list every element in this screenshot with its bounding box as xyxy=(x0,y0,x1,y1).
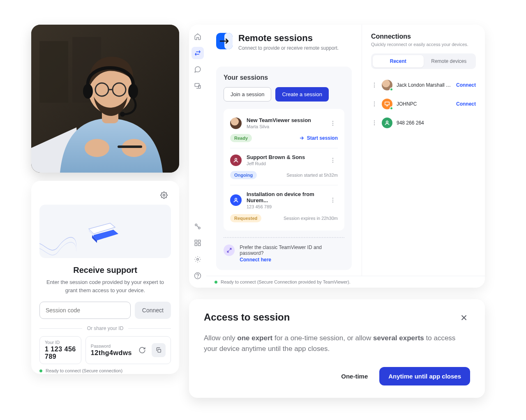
connection-avatar xyxy=(382,99,392,109)
svg-rect-47 xyxy=(385,102,390,105)
connection-connect-link[interactable]: Connect xyxy=(456,101,476,107)
connection-avatar xyxy=(382,80,392,90)
access-session-dialog: Access to session Allow only one expert … xyxy=(189,299,485,398)
nav-home[interactable] xyxy=(191,30,204,43)
swap-icon xyxy=(194,49,201,57)
svg-point-42 xyxy=(374,85,375,85)
connections-tabs: Recent Remote devices xyxy=(371,53,476,69)
grid-icon xyxy=(194,239,201,247)
nav-help[interactable] xyxy=(191,270,204,282)
password-box: Password 12thg4wdws xyxy=(85,336,171,364)
svg-point-32 xyxy=(332,125,333,125)
svg-point-43 xyxy=(374,87,375,88)
connection-name: 948 266 264 xyxy=(397,120,476,126)
tab-recent[interactable]: Recent xyxy=(373,55,424,67)
svg-point-33 xyxy=(235,158,237,160)
kebab-icon xyxy=(371,82,378,88)
nav-remote-sessions[interactable] xyxy=(191,47,204,59)
refresh-icon xyxy=(138,346,146,354)
svg-point-30 xyxy=(332,121,333,122)
app-status-text: Ready to connect (Secure Connection prov… xyxy=(221,279,351,284)
session-menu-button[interactable] xyxy=(328,155,338,165)
connection-name: JOHNPC xyxy=(397,101,452,107)
connection-menu-button[interactable] xyxy=(371,120,378,126)
connection-avatar xyxy=(382,118,392,128)
connection-menu-button[interactable] xyxy=(371,101,378,107)
sessions-panel-title: Your sessions xyxy=(224,74,344,81)
password-label: Password xyxy=(91,344,132,348)
nav-settings[interactable] xyxy=(191,253,204,265)
svg-point-31 xyxy=(332,122,333,123)
tab-remote-devices[interactable]: Remote devices xyxy=(424,55,475,67)
svg-point-37 xyxy=(235,198,237,200)
help-icon xyxy=(194,272,201,279)
connections-title: Connections xyxy=(371,33,476,40)
card-title: Receive support xyxy=(39,265,171,275)
classic-connect-row: Prefer the classic TeamViewer ID and pas… xyxy=(224,237,344,263)
svg-point-45 xyxy=(374,104,375,104)
settings-button[interactable] xyxy=(157,188,171,202)
session-subtitle: Jeff Rudd xyxy=(247,161,323,166)
svg-rect-21 xyxy=(195,240,197,242)
photo-illustration xyxy=(31,25,179,173)
page-icon xyxy=(216,33,233,49)
svg-rect-14 xyxy=(118,145,142,148)
session-code-input[interactable] xyxy=(39,302,131,319)
svg-point-46 xyxy=(374,106,375,106)
svg-rect-16 xyxy=(158,349,161,352)
join-session-button[interactable]: Join a session xyxy=(224,87,271,102)
arrow-right-icon xyxy=(299,135,305,141)
session-subtitle: Marta Silva xyxy=(247,124,323,129)
presence-dot-icon xyxy=(390,88,393,91)
nav-apps[interactable] xyxy=(191,237,204,249)
connect-button[interactable]: Connect xyxy=(135,302,171,319)
avatar xyxy=(230,194,242,206)
nav-integrations[interactable] xyxy=(191,220,204,233)
session-menu-button[interactable] xyxy=(328,195,338,205)
session-title: New TeamViewer session xyxy=(247,117,323,123)
password-value: 12thg4wdws xyxy=(91,349,132,357)
sessions-panel: Your sessions Join a session Create a se… xyxy=(216,67,352,270)
avatar xyxy=(230,155,242,166)
svg-point-15 xyxy=(163,194,165,196)
svg-point-41 xyxy=(374,83,375,83)
page-title: Remote sessions xyxy=(238,33,339,44)
nav-rail xyxy=(189,25,206,288)
divider-label: Or share your ID xyxy=(39,325,171,331)
your-id-box: Your ID 1 123 456 789 xyxy=(39,336,81,364)
connection-connect-link[interactable]: Connect xyxy=(456,82,476,88)
connection-menu-button[interactable] xyxy=(371,82,378,88)
svg-point-50 xyxy=(374,125,375,125)
copy-icon xyxy=(155,347,162,353)
anytime-button[interactable]: Anytime until app closes xyxy=(379,367,470,385)
svg-point-25 xyxy=(197,258,199,261)
close-button[interactable] xyxy=(458,312,470,324)
svg-point-36 xyxy=(332,162,333,162)
create-session-button[interactable]: Create a session xyxy=(275,87,329,102)
devices-icon xyxy=(83,215,128,248)
svg-point-9 xyxy=(83,84,93,99)
session-item: Support Brown & Sons Jeff Rudd Ongoing S… xyxy=(230,148,338,185)
session-info-text: Session expires in 22h30m xyxy=(284,216,338,221)
hero-illustration xyxy=(39,205,171,258)
kebab-icon xyxy=(330,197,336,203)
session-menu-button[interactable] xyxy=(328,118,338,128)
nav-chat[interactable] xyxy=(191,63,204,76)
your-id-value: 1 123 456 789 xyxy=(45,346,76,360)
kebab-icon xyxy=(330,157,336,164)
your-id-label: Your ID xyxy=(45,340,76,345)
wave-decoration xyxy=(39,234,76,258)
session-title: Support Brown & Sons xyxy=(247,154,323,160)
one-time-button[interactable]: One-time xyxy=(338,368,371,385)
start-session-link[interactable]: Start session xyxy=(299,135,338,141)
dialog-body: Allow only one expert for a one-time ses… xyxy=(204,333,470,355)
classic-connect-link[interactable]: Connect here xyxy=(240,257,344,263)
support-agent-photo xyxy=(31,25,179,173)
status-badge: Requested xyxy=(230,214,261,222)
refresh-password-button[interactable] xyxy=(135,343,149,357)
nav-devices[interactable] xyxy=(191,80,204,92)
copy-password-button[interactable] xyxy=(152,343,166,357)
dialog-title: Access to session xyxy=(204,312,290,323)
status-badge: Ongoing xyxy=(230,171,257,179)
session-subtitle: 123 456 789 xyxy=(247,204,323,209)
